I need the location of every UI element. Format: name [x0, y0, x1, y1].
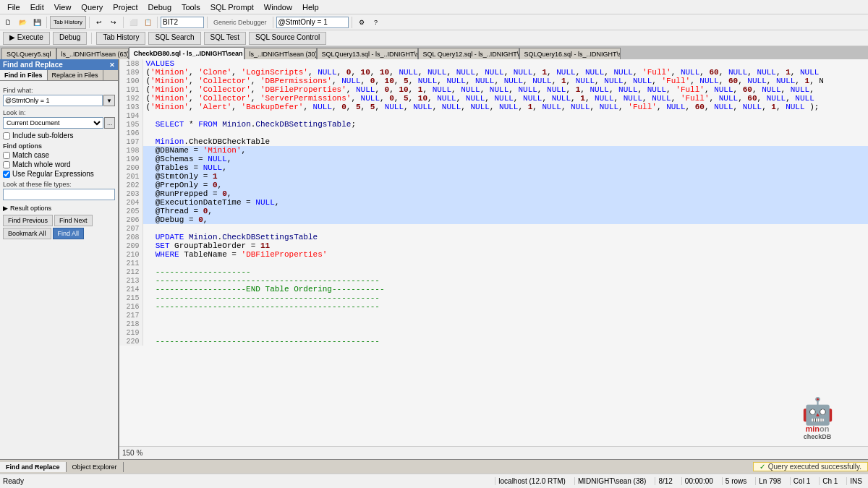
line-code[interactable]: Minion.CheckDBCheckTable: [142, 137, 868, 146]
line-code[interactable]: @Debug = 0,: [142, 215, 868, 224]
match-whole-checkbox[interactable]: [3, 161, 10, 168]
find-all-btn[interactable]: Find All: [53, 228, 85, 239]
tab-0[interactable]: SQLQuery5.sql: [1, 48, 56, 59]
match-case-row: Match case: [3, 151, 115, 159]
redo-btn[interactable]: ↪: [107, 16, 120, 29]
line-code[interactable]: [142, 259, 868, 267]
line-number: 198: [119, 146, 142, 155]
line-code[interactable]: @DBName = 'Minion',: [142, 146, 868, 155]
line-code[interactable]: ('Minion', 'Collector', 'ServerPermissio…: [142, 94, 868, 103]
line-code[interactable]: UPDATE Minion.CheckDBSettingsTable: [142, 233, 868, 241]
use-regex-checkbox[interactable]: [3, 171, 10, 178]
bookmark-all-btn[interactable]: Bookmark All: [3, 228, 51, 239]
bottom-tab-find[interactable]: Find and Replace: [0, 462, 67, 472]
line-code[interactable]: ----------------------------------------…: [142, 337, 868, 346]
look-in-select[interactable]: Current Document: [3, 117, 103, 129]
find-what-browse[interactable]: ▼: [103, 95, 115, 106]
find-what-input[interactable]: [3, 95, 103, 106]
line-number: 220: [119, 337, 142, 346]
line-number: 216: [119, 302, 142, 311]
line-code[interactable]: ('Minion', 'Alert', 'BackupDefer', NULL,…: [142, 103, 868, 111]
save-btn[interactable]: 💾: [30, 16, 43, 29]
menu-edit[interactable]: Edit: [26, 1, 48, 13]
tab-1[interactable]: ls_..IDNIGHT\sean (63)*: [56, 48, 129, 59]
menu-view[interactable]: View: [50, 1, 76, 13]
find-next-btn[interactable]: Find Next: [54, 215, 93, 226]
table-row: 192 ('Minion', 'Collector', 'ServerPermi…: [119, 94, 868, 103]
line-code[interactable]: ----------------------------------------…: [142, 294, 868, 302]
table-row: 212 --------------------: [119, 267, 868, 276]
menu-file[interactable]: File: [3, 1, 25, 13]
sql-source-control-btn[interactable]: SQL Source Control: [249, 32, 326, 45]
line-code[interactable]: [142, 224, 868, 233]
tab-2[interactable]: CheckDB80.sql - ls_..IDNIGHT\sean (38)*: [129, 47, 244, 59]
result-options[interactable]: ▶ Result options: [3, 205, 115, 212]
line-number: 200: [119, 163, 142, 172]
find-in-files-tab[interactable]: Find in Files: [0, 70, 48, 80]
copy-btn[interactable]: ⬜: [127, 16, 140, 29]
connection-input[interactable]: [161, 17, 204, 28]
bottom-tab-explorer[interactable]: Object Explorer: [67, 462, 124, 472]
line-code[interactable]: -------------------END Table Ordering---…: [142, 285, 868, 294]
tab-6[interactable]: SQLQuery16.sql - ls_..IDNIGHT\sean (64): [519, 48, 621, 59]
line-code[interactable]: ('Minion', 'Clone', 'LoginScripts', NULL…: [142, 68, 868, 77]
new-query-icon-btn[interactable]: Tab History: [50, 16, 86, 29]
line-code[interactable]: --------------------: [142, 267, 868, 276]
paste-btn[interactable]: 📋: [141, 16, 154, 29]
tab-4[interactable]: SQLQuery13.sql - ls_..IDNIGHT\sean (76)*: [317, 48, 418, 59]
help-btn[interactable]: ?: [370, 16, 383, 29]
line-number: 188: [119, 59, 142, 68]
line-code[interactable]: SELECT * FROM Minion.CheckDBSettingsTabl…: [142, 120, 868, 129]
execute-btn[interactable]: ▶ Execute: [3, 32, 50, 45]
tab-5[interactable]: SQL Query12.sql - ls_..IDNIGHT\sean (78)…: [418, 48, 519, 59]
line-code[interactable]: ----------------------------------------…: [142, 302, 868, 311]
line-code[interactable]: VALUES: [142, 59, 868, 68]
open-btn[interactable]: 📂: [16, 16, 29, 29]
file-types-input[interactable]: [3, 189, 115, 200]
tab-history-btn[interactable]: Tab History: [96, 32, 145, 45]
line-code[interactable]: @RunPrepped = 0,: [142, 189, 868, 198]
tab-3[interactable]: ls_..IDNIGHT\sean (30)*: [244, 48, 317, 59]
line-code[interactable]: ----------------------------------------…: [142, 276, 868, 285]
line-code[interactable]: [142, 320, 868, 328]
match-case-checkbox[interactable]: [3, 152, 10, 159]
line-code[interactable]: @Schemas = NULL,: [142, 155, 868, 163]
sql-search-btn[interactable]: SQL Search: [148, 32, 200, 45]
menu-help[interactable]: Help: [298, 1, 323, 13]
line-code[interactable]: SET GroupTableOrder = 11: [142, 241, 868, 250]
match-whole-row: Match whole word: [3, 160, 115, 168]
line-code[interactable]: @Tables = NULL,: [142, 163, 868, 172]
include-sub-checkbox[interactable]: [3, 132, 10, 140]
menu-window[interactable]: Window: [260, 1, 297, 13]
menu-query[interactable]: Query: [77, 1, 107, 13]
line-code[interactable]: [142, 328, 868, 337]
menu-debug[interactable]: Debug: [144, 1, 176, 13]
line-code[interactable]: [142, 129, 868, 137]
look-in-browse[interactable]: …: [104, 117, 115, 129]
line-code[interactable]: @Thread = 0,: [142, 207, 868, 215]
sep-exec: [91, 33, 92, 44]
find-previous-btn[interactable]: Find Previous: [3, 215, 53, 226]
sql-test-btn[interactable]: SQL Test: [204, 32, 247, 45]
line-code[interactable]: WHERE TableName = 'DBFileProperties': [142, 250, 868, 259]
table-row: 220 ------------------------------------…: [119, 337, 868, 346]
line-code[interactable]: [142, 111, 868, 120]
new-query-btn[interactable]: 🗋: [1, 16, 14, 29]
line-code[interactable]: @StmtOnly = 1: [142, 172, 868, 181]
line-code[interactable]: @PrepOnly = 0,: [142, 181, 868, 189]
stmt-only-input[interactable]: [276, 17, 349, 28]
menu-tools[interactable]: Tools: [177, 1, 205, 13]
line-number: 207: [119, 224, 142, 233]
debug-btn[interactable]: Debug: [53, 32, 87, 45]
replace-in-files-tab[interactable]: Replace in Files: [48, 70, 103, 80]
code-content[interactable]: 188 VALUES 189 ('Minion', 'Clone', 'Logi…: [119, 59, 868, 446]
menu-project[interactable]: Project: [109, 1, 142, 13]
line-code[interactable]: ('Minion', 'Collector', 'DBPermissions',…: [142, 77, 868, 85]
undo-btn[interactable]: ↩: [93, 16, 106, 29]
settings-btn[interactable]: ⚙: [355, 16, 368, 29]
find-panel-close-btn[interactable]: ✕: [109, 61, 115, 69]
line-code[interactable]: @ExecutionDateTime = NULL,: [142, 198, 868, 207]
line-code[interactable]: [142, 311, 868, 320]
line-code[interactable]: ('Minion', 'Collector', 'DBFilePropertie…: [142, 85, 868, 94]
menu-sqlprompt[interactable]: SQL Prompt: [206, 1, 258, 13]
